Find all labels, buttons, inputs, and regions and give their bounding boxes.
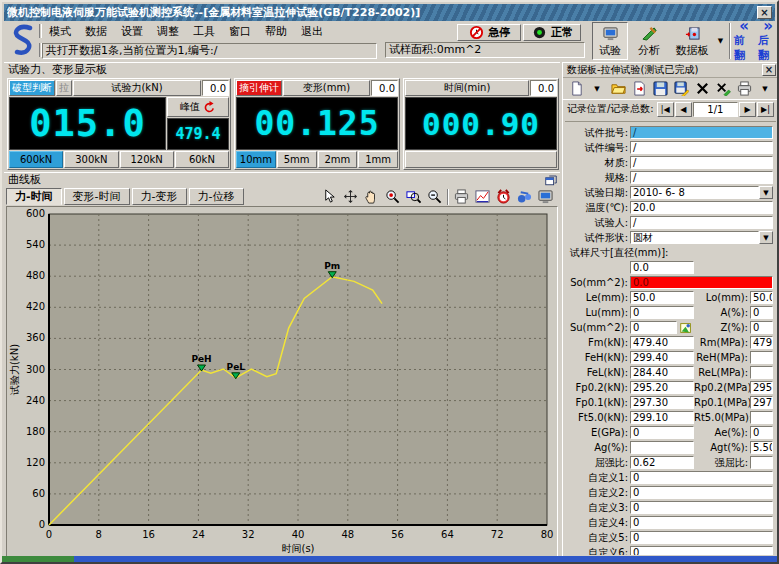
field-input[interactable]: [750, 411, 773, 424]
field-input[interactable]: 0.0: [630, 261, 694, 274]
field-input[interactable]: 0: [630, 516, 773, 529]
save-as-icon[interactable]: [672, 80, 690, 98]
zoom-out-icon[interactable]: [426, 188, 443, 205]
extensometer-button[interactable]: 摘引伸计: [236, 80, 282, 96]
field-input[interactable]: 284.40: [630, 366, 694, 379]
tab-变形-时间[interactable]: 变形-时间: [64, 188, 130, 205]
range-button-1mm[interactable]: 1mm: [358, 151, 398, 168]
open-file-icon[interactable]: [609, 80, 627, 98]
field-input[interactable]: 0: [630, 426, 694, 439]
field-input[interactable]: 0: [630, 486, 773, 499]
new-file-icon[interactable]: [567, 80, 585, 98]
field-input[interactable]: 295.20: [630, 381, 694, 394]
last-record-button[interactable]: ▶|: [757, 102, 774, 117]
field-input[interactable]: 299.40: [630, 351, 694, 364]
pan-hand-icon[interactable]: [363, 188, 380, 205]
field-input[interactable]: 50.0: [750, 291, 773, 304]
field-input[interactable]: 2970: [750, 396, 773, 409]
normal-status-button[interactable]: 正常: [523, 24, 581, 41]
menu-item-数据[interactable]: 数据: [78, 23, 114, 40]
databoard-dropdown-icon[interactable]: ▼: [715, 32, 726, 50]
export-icon[interactable]: [630, 80, 648, 98]
field-input[interactable]: 0: [750, 321, 773, 334]
prev-record-button[interactable]: ◀: [675, 102, 692, 117]
break-judge-button[interactable]: 破型判断: [9, 80, 55, 96]
field-input[interactable]: 5.50: [750, 441, 773, 454]
tab-力-位移[interactable]: 力-位移: [189, 188, 244, 205]
zoom-window-icon[interactable]: [405, 188, 422, 205]
timer-icon[interactable]: [495, 188, 512, 205]
dropdown-icon[interactable]: ▼: [759, 231, 773, 244]
zoom-in-icon[interactable]: [384, 188, 401, 205]
test-button[interactable]: 试验: [592, 22, 628, 60]
field-input[interactable]: [750, 351, 773, 364]
field-input[interactable]: 297.30: [630, 396, 694, 409]
range-button-60kN[interactable]: 60kN: [175, 151, 229, 168]
range-button-10mm[interactable]: 10mm: [236, 151, 276, 168]
field-input[interactable]: 2950: [750, 381, 773, 394]
first-record-button[interactable]: |◀: [657, 102, 674, 117]
peak-reset-icon[interactable]: [203, 101, 216, 114]
range-button-2mm[interactable]: 2mm: [318, 151, 358, 168]
next-record-button[interactable]: ▶: [739, 102, 756, 117]
menu-item-工具[interactable]: 工具: [186, 23, 222, 40]
field-input[interactable]: 2010- 6- 8: [630, 186, 759, 199]
field-input[interactable]: /: [630, 141, 773, 154]
field-input[interactable]: 479.40: [630, 336, 694, 349]
range-button-300kN[interactable]: 300kN: [64, 151, 118, 168]
page-next-button[interactable]: » 后翻: [757, 22, 779, 60]
print-icon[interactable]: [735, 80, 753, 98]
print-dropdown-icon[interactable]: ▼: [756, 80, 774, 98]
force-time-chart-svg[interactable]: 0816243240485664728006012018024030036042…: [7, 207, 557, 556]
field-input[interactable]: 0: [630, 546, 773, 555]
menu-item-模式[interactable]: 模式: [42, 23, 78, 40]
field-input[interactable]: 0: [630, 471, 773, 484]
chart-settings-icon[interactable]: [474, 188, 491, 205]
menu-item-调整[interactable]: 调整: [150, 23, 186, 40]
databoard-button[interactable]: 数据板: [670, 22, 714, 60]
field-input[interactable]: /: [630, 156, 773, 169]
range-button-5mm[interactable]: 5mm: [277, 151, 317, 168]
display-icon[interactable]: [537, 188, 554, 205]
page-prev-button[interactable]: « 前翻: [733, 22, 755, 60]
tab-力-变形[interactable]: 力-变形: [132, 188, 187, 205]
analyze-button[interactable]: 分析: [631, 22, 667, 60]
emergency-stop-button[interactable]: 急停: [457, 24, 521, 41]
field-input[interactable]: [630, 441, 694, 454]
trace-icon[interactable]: [516, 188, 533, 205]
range-button-120kN[interactable]: 120kN: [120, 151, 174, 168]
field-input[interactable]: 299.10: [630, 411, 694, 424]
field-input[interactable]: /: [630, 126, 773, 139]
field-input[interactable]: /: [630, 171, 773, 184]
dropdown-icon[interactable]: ▼: [759, 186, 773, 199]
field-input[interactable]: 4794: [750, 336, 773, 349]
field-input[interactable]: 0: [750, 306, 773, 319]
move-icon[interactable]: [342, 188, 359, 205]
tab-力-时间[interactable]: 力-时间: [6, 188, 62, 205]
pull-button[interactable]: 拉: [56, 80, 72, 96]
field-input[interactable]: 0.0: [630, 276, 773, 289]
restore-window-icon[interactable]: [544, 174, 558, 186]
field-input[interactable]: 0.62: [630, 456, 694, 469]
print-chart-icon[interactable]: [453, 188, 470, 205]
field-input[interactable]: [750, 456, 773, 469]
clear-icon[interactable]: [714, 80, 732, 98]
field-input[interactable]: 0: [630, 321, 677, 334]
menu-item-窗口[interactable]: 窗口: [222, 23, 258, 40]
field-input[interactable]: 0: [750, 426, 773, 439]
field-input[interactable]: 50.0: [630, 291, 694, 304]
new-dropdown-icon[interactable]: ▼: [588, 80, 606, 98]
menu-item-帮助[interactable]: 帮助: [258, 23, 294, 40]
field-input[interactable]: 0: [630, 306, 694, 319]
field-input[interactable]: /: [630, 216, 773, 229]
field-input[interactable]: 0: [630, 501, 773, 514]
save-icon[interactable]: [651, 80, 669, 98]
cursor-icon[interactable]: [321, 188, 338, 205]
delete-icon[interactable]: [693, 80, 711, 98]
data-board-close-icon[interactable]: ×: [762, 64, 776, 76]
menu-item-退出[interactable]: 退出: [294, 23, 330, 40]
menu-item-设置[interactable]: 设置: [114, 23, 150, 40]
range-button-600kN[interactable]: 600kN: [9, 151, 63, 168]
calc-icon[interactable]: [679, 321, 694, 335]
field-input[interactable]: 0: [630, 531, 773, 544]
